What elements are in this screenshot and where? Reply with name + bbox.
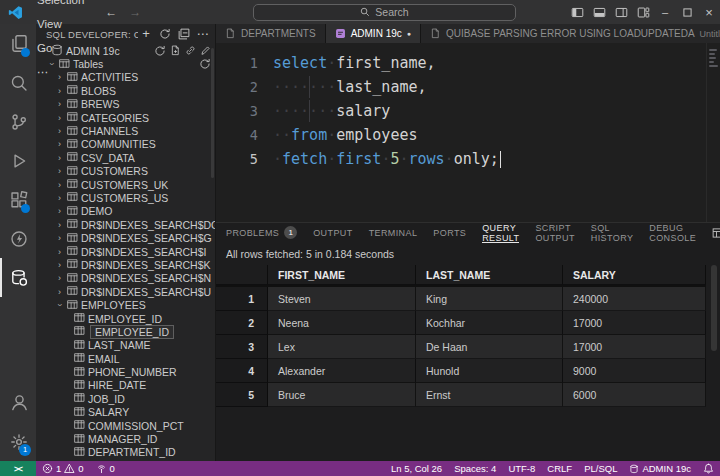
- maximize-icon[interactable]: [676, 0, 698, 24]
- tree-table-channels[interactable]: › CHANNELS: [36, 124, 215, 137]
- tree-column-department-id[interactable]: DEPARTMENT_ID: [36, 446, 215, 459]
- tree-table-blobs[interactable]: › BLOBS: [36, 84, 215, 97]
- panel-tab-terminal[interactable]: TERMINAL: [369, 223, 418, 243]
- panel-tab-output[interactable]: OUTPUT: [313, 223, 352, 243]
- menu-more[interactable]: ⋯: [30, 60, 91, 84]
- menu-go[interactable]: Go: [30, 36, 91, 60]
- status-language-mode[interactable]: PL/SQL: [578, 461, 623, 476]
- forward-icon[interactable]: →: [129, 5, 141, 19]
- menu-view[interactable]: View: [30, 12, 91, 36]
- panel-tab-script-output[interactable]: SCRIPT OUTPUT: [535, 223, 574, 243]
- status-cursor-position[interactable]: Ln 5, Col 26: [385, 461, 448, 476]
- cell-first-name[interactable]: Steven: [268, 287, 416, 311]
- tree-table-dr-indexes-search-i[interactable]: › DR$INDEXES_SEARCH$I: [36, 245, 215, 258]
- minimap[interactable]: [706, 43, 720, 222]
- cell-salary[interactable]: 240000: [563, 287, 706, 311]
- collapse-all-icon[interactable]: [176, 26, 192, 42]
- search-input[interactable]: Search: [253, 4, 516, 21]
- status-connection[interactable]: ADMIN 19c: [623, 461, 697, 476]
- tree-table-dr-indexes-search-dg[interactable]: › DR$INDEXES_SEARCH$DG: [36, 218, 215, 231]
- cell-last-name[interactable]: Kochhar: [416, 311, 563, 335]
- cell-first-name[interactable]: Alexander: [268, 359, 416, 383]
- table-row[interactable]: 5 BruceErnst6000: [216, 383, 706, 407]
- tree-column-last-name[interactable]: LAST_NAME: [36, 339, 215, 352]
- new-worksheet-icon[interactable]: [170, 45, 181, 57]
- tree-column-employee-id[interactable]: EMPLOYEE_ID: [36, 325, 215, 338]
- code-line-5[interactable]: 5 ·fetch·first·5·rows·only;: [216, 147, 706, 171]
- status-eol[interactable]: CRLF: [541, 461, 578, 476]
- cell-last-name[interactable]: Hunold: [416, 359, 563, 383]
- status-encoding[interactable]: UTF-8: [502, 461, 541, 476]
- code-line-2[interactable]: 2 ·······last_name,: [216, 75, 706, 99]
- tree-table-customers-us[interactable]: › CUSTOMERS_US: [36, 191, 215, 204]
- panel-tab-ports[interactable]: PORTS: [433, 223, 466, 243]
- tree-table-dr-indexes-search-g[interactable]: › DR$INDEXES_SEARCH$G: [36, 231, 215, 244]
- back-icon[interactable]: ←: [105, 5, 117, 19]
- column-header-salary[interactable]: SALARY: [563, 265, 706, 285]
- tree-table-dr-indexes-search-n[interactable]: › DR$INDEXES_SEARCH$N: [36, 272, 215, 285]
- tree-table-employees[interactable]: › EMPLOYEES: [36, 298, 215, 311]
- tree-table-customers[interactable]: › CUSTOMERS: [36, 165, 215, 178]
- cell-first-name[interactable]: Lex: [268, 335, 416, 359]
- customize-layout-icon[interactable]: [632, 0, 654, 24]
- cell-salary[interactable]: 17000: [563, 311, 706, 335]
- tree-table-csv-data[interactable]: › CSV_DATA: [36, 151, 215, 164]
- table-row[interactable]: 4 AlexanderHunold9000: [216, 359, 706, 383]
- status-notifications[interactable]: [697, 461, 720, 476]
- tree-table-customers-uk[interactable]: › CUSTOMERS_UK: [36, 178, 215, 191]
- tree-column-employee-id[interactable]: EMPLOYEE_ID: [36, 312, 215, 325]
- toggle-panel-icon[interactable]: [588, 0, 610, 24]
- sql-editor[interactable]: 1 select·first_name, 2 ·······last_name,…: [216, 43, 720, 222]
- panel-tab-sql-history[interactable]: SQL HISTORY: [591, 223, 633, 243]
- tree-column-phone-number[interactable]: PHONE_NUMBER: [36, 365, 215, 378]
- tree-table-dr-indexes-search-k[interactable]: › DR$INDEXES_SEARCH$K: [36, 258, 215, 271]
- column-header-first-name[interactable]: FIRST_NAME: [268, 265, 416, 285]
- refresh-icon[interactable]: [154, 45, 166, 57]
- problems-status[interactable]: 10: [36, 461, 90, 476]
- status-indentation[interactable]: Spaces: 4: [448, 461, 502, 476]
- tree-column-hire-date[interactable]: HIRE_DATE: [36, 379, 215, 392]
- minimize-icon[interactable]: –: [654, 0, 676, 24]
- ports-status[interactable]: 0: [90, 461, 121, 476]
- cell-last-name[interactable]: Ernst: [416, 383, 563, 407]
- toggle-secondary-sidebar-icon[interactable]: [610, 0, 632, 24]
- add-icon[interactable]: +: [138, 26, 154, 42]
- panel-tab-problems[interactable]: PROBLEMS1: [226, 223, 297, 243]
- tab-admin-19c[interactable]: ADMIN 19c ●: [326, 24, 421, 43]
- code-line-4[interactable]: 4 ··from·employees: [216, 123, 706, 147]
- panel-tab-debug-console[interactable]: DEBUG CONSOLE: [649, 223, 696, 243]
- menu-selection[interactable]: Selection: [30, 0, 91, 12]
- tab-quibase-parsing-error-using-loadupdateda[interactable]: QUIBASE PARSING ERROR USING LOADUPDATEDA…: [421, 24, 720, 43]
- code-line-1[interactable]: 1 select·first_name,: [216, 51, 706, 75]
- table-row[interactable]: 1 StevenKing240000: [216, 287, 706, 311]
- edit-icon[interactable]: [200, 45, 211, 57]
- activity-settings[interactable]: 1: [0, 422, 36, 461]
- refresh-icon[interactable]: [199, 58, 211, 70]
- tree-column-manager-id[interactable]: MANAGER_ID: [36, 432, 215, 445]
- table-view-icon[interactable]: [712, 227, 720, 239]
- code-line-3[interactable]: 3 ·······salary: [216, 99, 706, 123]
- activity-run-debug[interactable]: [0, 141, 36, 180]
- activity-account[interactable]: [0, 383, 36, 422]
- cell-salary[interactable]: 9000: [563, 359, 706, 383]
- activity-lightning[interactable]: [0, 219, 36, 258]
- table-row[interactable]: 2 NeenaKochhar17000: [216, 311, 706, 335]
- tree-column-email[interactable]: EMAIL: [36, 352, 215, 365]
- cell-last-name[interactable]: King: [416, 287, 563, 311]
- activity-source-control[interactable]: [0, 102, 36, 141]
- tree-table-dr-indexes-search-u[interactable]: › DR$INDEXES_SEARCH$U: [36, 285, 215, 298]
- activity-extensions[interactable]: [0, 180, 36, 219]
- cell-first-name[interactable]: Neena: [268, 311, 416, 335]
- close-window-icon[interactable]: ×: [698, 0, 720, 24]
- tree-column-job-id[interactable]: JOB_ID: [36, 392, 215, 405]
- tree-column-commission-pct[interactable]: COMMISSION_PCT: [36, 419, 215, 432]
- tree-table-categories[interactable]: › CATEGORIES: [36, 111, 215, 124]
- cell-salary[interactable]: 17000: [563, 335, 706, 359]
- tree-table-brews[interactable]: › BREWS: [36, 98, 215, 111]
- table-scrollbar[interactable]: [711, 265, 717, 351]
- tree-table-communities[interactable]: › COMMUNITIES: [36, 138, 215, 151]
- activity-database[interactable]: [0, 258, 36, 297]
- tree-column-salary[interactable]: SALARY: [36, 406, 215, 419]
- tab-departments[interactable]: DEPARTMENTS: [216, 24, 326, 43]
- sidebar-scrollbar[interactable]: [211, 48, 214, 178]
